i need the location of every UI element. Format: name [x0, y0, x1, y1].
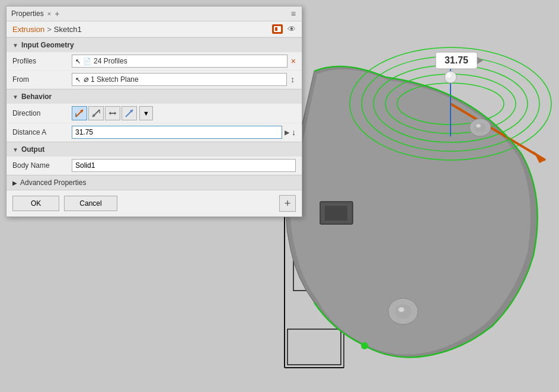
direction-button-3[interactable] [105, 106, 120, 120]
profiles-input[interactable]: ↖ 📄 24 Profiles [72, 55, 288, 68]
direction-button-4[interactable] [122, 106, 137, 120]
direction-dropdown[interactable]: ▼ [139, 106, 153, 120]
direction-button-2[interactable] [88, 106, 104, 120]
distance-direction-button[interactable]: ↓ [292, 128, 296, 137]
behavior-arrow: ▼ [12, 94, 18, 100]
section-arrow-down: ▼ [12, 42, 18, 49]
cancel-button[interactable]: Cancel [64, 196, 117, 211]
svg-point-16 [445, 71, 456, 83]
profiles-value-text: 24 Profiles [94, 57, 127, 65]
svg-point-22 [474, 123, 486, 132]
add-tab-button[interactable]: + [55, 9, 59, 18]
svg-text:31.75: 31.75 [445, 55, 468, 65]
properties-panel: Properties × + ≡ Extrusion > Sketch1 👁 ▼… [6, 6, 302, 217]
direction-row: Direction ▼ [7, 104, 302, 123]
section-input-geometry-label: Input Geometry [21, 41, 74, 49]
distance-a-input[interactable] [72, 126, 282, 139]
bottom-buttons-bar: OK Cancel + [7, 190, 302, 216]
breadcrumb-sketch1: Sketch1 [54, 25, 82, 34]
breadcrumb-separator: > [47, 25, 52, 34]
close-button[interactable]: × [47, 10, 51, 17]
ok-button[interactable]: OK [12, 196, 59, 211]
profiles-clear-button[interactable]: × [291, 56, 296, 66]
section-behavior-label: Behavior [21, 93, 52, 101]
svg-point-26 [398, 307, 404, 312]
distance-a-label: Distance A [12, 128, 72, 136]
distance-a-row: Distance A ▶ ↓ [7, 123, 302, 142]
direction-dropdown-arrow: ▼ [143, 110, 149, 117]
svg-point-29 [361, 342, 368, 349]
distance-expand-button[interactable]: ▶ [285, 129, 289, 136]
breadcrumb-extrusion-link[interactable]: Extrusion [12, 25, 44, 34]
profiles-row: Profiles ↖ 📄 24 Profiles × [7, 52, 302, 71]
from-value: ↖ ⊘ 1 Sketch Plane ↕ [72, 73, 296, 86]
section-output-label: Output [21, 145, 44, 154]
from-label: From [12, 75, 72, 84]
plane-icon: ⊘ [83, 76, 88, 84]
body-name-value [72, 159, 296, 172]
cursor-icon: ↖ [75, 58, 81, 65]
breadcrumb: Extrusion > Sketch1 👁 [7, 21, 302, 37]
extrusion-icon [272, 24, 283, 34]
profiles-label: Profiles [12, 57, 72, 65]
direction-buttons [72, 106, 137, 120]
document-icon: 📄 [83, 58, 91, 65]
section-output[interactable]: ▼ Output [7, 142, 302, 157]
advanced-arrow: ▶ [12, 180, 17, 186]
section-advanced[interactable]: ▶ Advanced Properties [7, 175, 302, 190]
panel-title: Properties [11, 9, 44, 18]
visibility-icon[interactable]: 👁 [288, 24, 296, 34]
svg-rect-28 [325, 206, 347, 221]
add-button[interactable]: + [279, 195, 296, 212]
from-cursor-icon: ↖ [75, 76, 81, 84]
svg-marker-40 [114, 111, 116, 115]
profiles-value: ↖ 📄 24 Profiles × [72, 55, 296, 68]
distance-a-value: ▶ ↓ [72, 126, 296, 139]
from-value-text: 1 Sketch Plane [91, 75, 139, 84]
direction-value: ▼ [72, 106, 296, 120]
section-advanced-label: Advanced Properties [20, 179, 86, 187]
title-bar: Properties × + ≡ [7, 7, 302, 21]
menu-button[interactable]: ≡ [291, 9, 297, 18]
direction-label: Direction [12, 109, 72, 117]
svg-marker-39 [109, 111, 111, 115]
output-arrow: ▼ [12, 146, 18, 153]
section-behavior[interactable]: ▼ Behavior [7, 89, 302, 104]
body-name-label: Body Name [12, 161, 72, 170]
svg-point-23 [476, 124, 481, 128]
section-input-geometry[interactable]: ▼ Input Geometry [7, 37, 302, 52]
breadcrumb-icons: 👁 [272, 24, 296, 34]
svg-rect-31 [275, 27, 277, 31]
body-name-row: Body Name [7, 157, 302, 175]
svg-point-17 [446, 73, 451, 78]
from-input[interactable]: ↖ ⊘ 1 Sketch Plane [72, 73, 287, 86]
body-name-input[interactable] [72, 159, 296, 172]
from-row: From ↖ ⊘ 1 Sketch Plane ↕ [7, 71, 302, 89]
from-flip-button[interactable]: ↕ [289, 75, 296, 84]
direction-button-1[interactable] [72, 106, 87, 120]
